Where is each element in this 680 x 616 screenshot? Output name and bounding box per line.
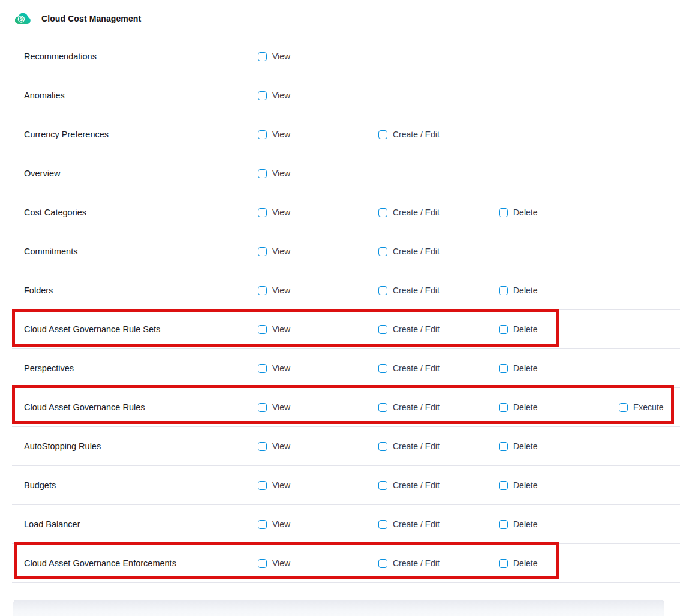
create-edit-checkbox[interactable]	[378, 403, 387, 412]
create-edit-checkbox[interactable]	[378, 325, 387, 334]
delete-label: Delete	[513, 363, 537, 373]
permission-row-cloud-asset-governance-enforcements: Cloud Asset Governance Enforcements View…	[12, 544, 680, 583]
permission-row-autostopping-rules: AutoStopping Rules View Create / Edit De…	[12, 427, 680, 466]
next-section-header-bar[interactable]	[13, 600, 664, 616]
create-edit-permission[interactable]: Create / Edit	[378, 286, 499, 295]
empty-cell	[619, 95, 680, 96]
view-checkbox[interactable]	[258, 559, 267, 568]
create-edit-label: Create / Edit	[393, 441, 440, 451]
create-edit-permission[interactable]: Create / Edit	[378, 480, 499, 490]
delete-checkbox[interactable]	[499, 286, 508, 295]
empty-cell	[619, 368, 680, 369]
view-checkbox[interactable]	[258, 247, 267, 256]
create-edit-permission[interactable]: Create / Edit	[378, 519, 499, 529]
create-edit-checkbox[interactable]	[378, 559, 387, 568]
delete-permission[interactable]: Delete	[499, 441, 619, 451]
resource-label: Budgets	[24, 480, 258, 490]
resource-label: Recommendations	[24, 52, 258, 61]
view-checkbox[interactable]	[258, 364, 267, 373]
empty-cell	[499, 173, 619, 174]
execute-checkbox[interactable]	[619, 403, 628, 412]
view-label: View	[272, 558, 290, 568]
view-permission[interactable]: View	[258, 286, 378, 295]
create-edit-permission[interactable]: Create / Edit	[378, 130, 499, 139]
view-label: View	[272, 130, 290, 139]
resource-label: Perspectives	[24, 363, 258, 373]
delete-checkbox[interactable]	[499, 325, 508, 334]
delete-permission[interactable]: Delete	[499, 363, 619, 373]
view-label: View	[272, 480, 290, 490]
delete-label: Delete	[513, 208, 537, 217]
view-permission[interactable]: View	[258, 519, 378, 529]
resource-label: Commitments	[24, 247, 258, 256]
delete-checkbox[interactable]	[499, 559, 508, 568]
view-label: View	[272, 441, 290, 451]
delete-permission[interactable]: Delete	[499, 558, 619, 568]
view-permission[interactable]: View	[258, 558, 378, 568]
view-permission[interactable]: View	[258, 91, 378, 100]
view-checkbox[interactable]	[258, 325, 267, 334]
create-edit-checkbox[interactable]	[378, 247, 387, 256]
view-checkbox[interactable]	[258, 403, 267, 412]
create-edit-checkbox[interactable]	[378, 130, 387, 139]
view-permission[interactable]: View	[258, 247, 378, 256]
view-permission[interactable]: View	[258, 169, 378, 178]
dollar-glyph: $	[20, 16, 23, 22]
view-checkbox[interactable]	[258, 442, 267, 451]
view-permission[interactable]: View	[258, 324, 378, 334]
permission-row-cost-categories: Cost Categories View Create / Edit Delet…	[12, 193, 680, 232]
delete-permission[interactable]: Delete	[499, 519, 619, 529]
view-checkbox[interactable]	[258, 91, 267, 100]
view-permission[interactable]: View	[258, 52, 378, 61]
create-edit-checkbox[interactable]	[378, 481, 387, 490]
permission-row-load-balancer: Load Balancer View Create / Edit Delete	[12, 505, 680, 544]
view-checkbox[interactable]	[258, 169, 267, 178]
create-edit-permission[interactable]: Create / Edit	[378, 558, 499, 568]
view-checkbox[interactable]	[258, 520, 267, 529]
view-checkbox[interactable]	[258, 130, 267, 139]
create-edit-permission[interactable]: Create / Edit	[378, 208, 499, 217]
create-edit-checkbox[interactable]	[378, 208, 387, 217]
permission-row-cloud-asset-governance-rules: Cloud Asset Governance Rules View Create…	[12, 388, 680, 427]
create-edit-permission[interactable]: Create / Edit	[378, 247, 499, 256]
view-label: View	[272, 52, 290, 61]
create-edit-permission[interactable]: Create / Edit	[378, 363, 499, 373]
create-edit-permission[interactable]: Create / Edit	[378, 402, 499, 412]
view-permission[interactable]: View	[258, 130, 378, 139]
create-edit-permission[interactable]: Create / Edit	[378, 441, 499, 451]
create-edit-checkbox[interactable]	[378, 442, 387, 451]
resource-label: Currency Preferences	[24, 130, 258, 139]
create-edit-permission[interactable]: Create / Edit	[378, 324, 499, 334]
create-edit-checkbox[interactable]	[378, 286, 387, 295]
view-checkbox[interactable]	[258, 208, 267, 217]
create-edit-checkbox[interactable]	[378, 364, 387, 373]
create-edit-checkbox[interactable]	[378, 520, 387, 529]
delete-permission[interactable]: Delete	[499, 480, 619, 490]
create-edit-label: Create / Edit	[393, 130, 440, 139]
create-edit-label: Create / Edit	[393, 247, 440, 256]
view-label: View	[272, 363, 290, 373]
delete-checkbox[interactable]	[499, 364, 508, 373]
delete-label: Delete	[513, 558, 537, 568]
empty-cell	[499, 251, 619, 252]
view-permission[interactable]: View	[258, 480, 378, 490]
delete-checkbox[interactable]	[499, 520, 508, 529]
delete-checkbox[interactable]	[499, 481, 508, 490]
delete-permission[interactable]: Delete	[499, 324, 619, 334]
view-permission[interactable]: View	[258, 208, 378, 217]
delete-permission[interactable]: Delete	[499, 286, 619, 295]
execute-permission[interactable]: Execute	[619, 402, 680, 412]
view-label: View	[272, 169, 290, 178]
view-checkbox[interactable]	[258, 52, 267, 61]
view-checkbox[interactable]	[258, 481, 267, 490]
delete-permission[interactable]: Delete	[499, 208, 619, 217]
delete-permission[interactable]: Delete	[499, 402, 619, 412]
view-permission[interactable]: View	[258, 402, 378, 412]
view-checkbox[interactable]	[258, 286, 267, 295]
view-permission[interactable]: View	[258, 363, 378, 373]
delete-checkbox[interactable]	[499, 442, 508, 451]
delete-checkbox[interactable]	[499, 403, 508, 412]
delete-checkbox[interactable]	[499, 208, 508, 217]
view-permission[interactable]: View	[258, 441, 378, 451]
resource-label: Cloud Asset Governance Enforcements	[24, 558, 258, 568]
